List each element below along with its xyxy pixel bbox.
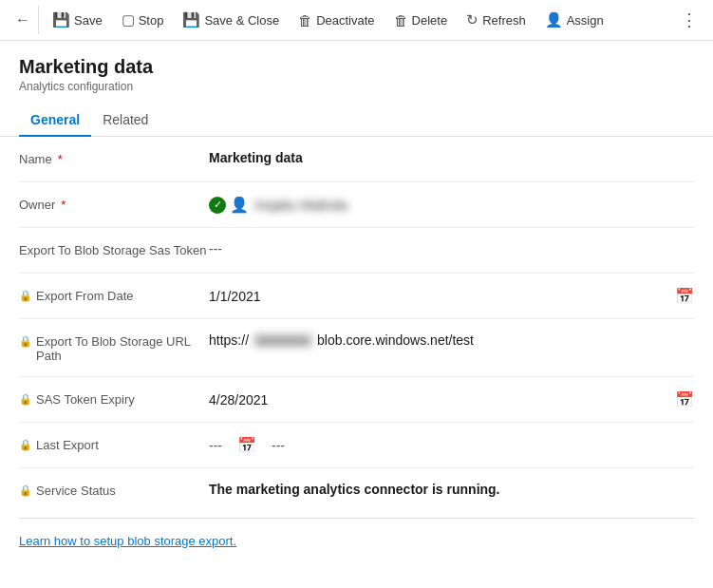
owner-value: ✓ 👤 Irisjabu Malinda xyxy=(209,196,694,214)
sas-expiry-value: 4/28/2021 📅 xyxy=(209,390,694,408)
assign-label: Assign xyxy=(567,13,604,28)
name-value: Marketing data xyxy=(209,150,694,165)
refresh-button[interactable]: ↻ Refresh xyxy=(457,6,535,34)
stop-icon: ▢ xyxy=(122,11,135,28)
owner-name[interactable]: Irisjabu Malinda xyxy=(254,198,347,213)
more-icon: ⋮ xyxy=(681,9,698,30)
page-header: Marketing data Analytics configuration xyxy=(0,41,713,93)
learn-link[interactable]: Learn how to setup blob storage export. xyxy=(0,534,255,548)
calendar-icon-3[interactable]: 📅 xyxy=(237,436,256,454)
deactivate-icon: 🗑 xyxy=(298,12,312,28)
last-export-label: 🔒 Last Export xyxy=(19,436,209,452)
export-from-date-row: 🔒 Export From Date 1/1/2021 📅 xyxy=(19,274,694,319)
export-from-date-label: 🔒 Export From Date xyxy=(19,287,209,303)
tab-general[interactable]: General xyxy=(19,104,91,137)
tabs: General Related xyxy=(0,104,713,137)
sas-token-label: Export To Blob Storage Sas Token xyxy=(19,241,209,257)
url-blurred: xxxxxxxx xyxy=(253,332,313,348)
delete-label: Delete xyxy=(412,13,448,28)
export-url-row: 🔒 Export To Blob Storage URL Path https:… xyxy=(19,319,694,377)
last-export-value2: --- xyxy=(272,438,285,453)
lock-icon-3: 🔒 xyxy=(19,393,32,406)
name-label: Name * xyxy=(19,150,209,166)
person-icon: 👤 xyxy=(230,196,249,214)
stop-button[interactable]: ▢ Stop xyxy=(112,6,174,34)
export-url-label: 🔒 Export To Blob Storage URL Path xyxy=(19,332,209,363)
service-status-value: The marketing analytics connector is run… xyxy=(209,482,694,497)
owner-icons: ✓ 👤 xyxy=(209,196,249,214)
check-icon: ✓ xyxy=(209,197,226,214)
sas-token-value: --- xyxy=(209,241,694,256)
divider-bottom xyxy=(19,518,694,519)
tab-related[interactable]: Related xyxy=(91,104,159,137)
lock-icon-5: 🔒 xyxy=(19,484,32,497)
lock-icon-2: 🔒 xyxy=(19,335,32,348)
url-suffix: blob.core.windows.net/test xyxy=(317,332,474,348)
sas-expiry-row: 🔒 SAS Token Expiry 4/28/2021 📅 xyxy=(19,377,694,423)
save-close-label: Save & Close xyxy=(204,13,279,28)
assign-icon: 👤 xyxy=(545,11,563,28)
save-icon: 💾 xyxy=(52,11,70,28)
last-export-value1: --- xyxy=(209,438,222,453)
deactivate-label: Deactivate xyxy=(316,13,374,28)
back-button[interactable]: ← xyxy=(8,6,39,34)
save-close-button[interactable]: 💾 Save & Close xyxy=(173,6,289,34)
lock-icon-4: 🔒 xyxy=(19,439,32,451)
calendar-icon-2[interactable]: 📅 xyxy=(675,390,694,408)
save-button[interactable]: 💾 Save xyxy=(43,6,112,34)
back-icon: ← xyxy=(15,11,30,28)
last-export-value: --- 📅 --- xyxy=(209,436,694,454)
lock-icon-1: 🔒 xyxy=(19,290,32,302)
url-prefix: https:// xyxy=(209,332,249,348)
assign-button[interactable]: 👤 Assign xyxy=(535,6,613,34)
page-subtitle: Analytics configuration xyxy=(19,80,694,93)
export-from-date-value: 1/1/2021 📅 xyxy=(209,287,694,305)
last-export-row: 🔒 Last Export --- 📅 --- xyxy=(19,423,694,468)
required-star: * xyxy=(58,152,63,166)
service-status-row: 🔒 Service Status The marketing analytics… xyxy=(19,468,694,514)
more-button[interactable]: ⋮ xyxy=(673,4,705,36)
form-content: Name * Marketing data Owner * ✓ 👤 Irisja… xyxy=(0,137,713,514)
save-close-icon: 💾 xyxy=(182,11,200,28)
required-star-owner: * xyxy=(61,198,66,212)
owner-label: Owner * xyxy=(19,196,209,212)
sas-expiry-label: 🔒 SAS Token Expiry xyxy=(19,390,209,407)
toolbar: ← 💾 Save ▢ Stop 💾 Save & Close 🗑 Deactiv… xyxy=(0,0,713,41)
export-url-value: https://xxxxxxxxblob.core.windows.net/te… xyxy=(209,332,694,348)
deactivate-button[interactable]: 🗑 Deactivate xyxy=(289,7,384,34)
calendar-icon-1[interactable]: 📅 xyxy=(675,287,694,305)
delete-icon: 🗑 xyxy=(394,12,408,28)
save-label: Save xyxy=(74,13,103,28)
sas-token-row: Export To Blob Storage Sas Token --- xyxy=(19,228,694,274)
refresh-icon: ↻ xyxy=(466,11,478,28)
name-row: Name * Marketing data xyxy=(19,137,694,182)
owner-row: Owner * ✓ 👤 Irisjabu Malinda xyxy=(19,182,694,228)
delete-button[interactable]: 🗑 Delete xyxy=(385,7,458,34)
stop-label: Stop xyxy=(139,13,164,28)
page-title: Marketing data xyxy=(19,56,694,78)
service-status-label: 🔒 Service Status xyxy=(19,482,209,498)
refresh-label: Refresh xyxy=(482,13,526,28)
